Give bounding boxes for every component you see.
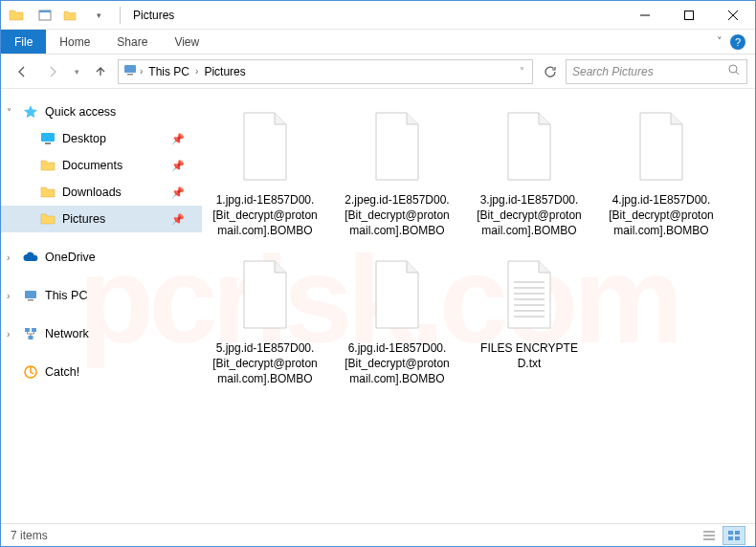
svg-rect-15 [32, 328, 36, 332]
details-view-button[interactable] [698, 526, 721, 545]
svg-line-9 [736, 72, 739, 75]
view-switcher [698, 526, 745, 545]
sidebar-onedrive[interactable]: › OneDrive [1, 244, 202, 271]
breadcrumb-dropdown-icon[interactable]: ˅ [520, 66, 528, 77]
folder-icon [39, 158, 56, 173]
pin-icon: 📌 [171, 160, 185, 172]
svg-rect-16 [29, 336, 33, 339]
file-name: 4.jpg.id-1E857D00.[Bit_decrypt@protonmai… [608, 192, 715, 239]
pin-icon: 📌 [171, 213, 185, 226]
icons-view-button[interactable] [723, 526, 745, 545]
pc-icon [22, 288, 39, 303]
title-left: ▾ Pictures [1, 4, 174, 27]
blank-file-icon [229, 251, 301, 339]
file-item[interactable]: 3.jpg.id-1E857D00.[Bit_decrypt@protonmai… [472, 98, 587, 243]
tab-share[interactable]: Share [103, 30, 161, 54]
svg-rect-31 [735, 536, 740, 540]
file-name: FILES ENCRYPTED.txt [476, 340, 583, 371]
chevron-right-icon[interactable]: › [7, 252, 10, 263]
qat-customize-icon[interactable]: ▾ [87, 4, 110, 27]
sidebar-item-label: Pictures [62, 212, 105, 226]
file-item[interactable]: 2.jpeg.id-1E857D00.[Bit_decrypt@protonma… [340, 98, 455, 243]
tab-file[interactable]: File [1, 30, 46, 54]
title-separator [120, 7, 121, 24]
file-name: 5.jpg.id-1E857D00.[Bit_decrypt@protonmai… [211, 340, 319, 387]
file-item[interactable]: FILES ENCRYPTED.txt [472, 247, 587, 391]
sidebar-quick-access[interactable]: ˅ Quick access [1, 98, 202, 125]
address-bar: ▾ › This PC › Pictures ˅ Search Pictures [1, 55, 755, 89]
qat-new-folder-icon[interactable] [58, 4, 81, 27]
maximize-button[interactable] [667, 1, 711, 30]
chevron-down-icon[interactable]: ˅ [7, 107, 11, 118]
sidebar-this-pc[interactable]: › This PC [1, 282, 202, 309]
sidebar-item-pictures[interactable]: Pictures 📌 [1, 206, 202, 232]
svg-rect-7 [127, 74, 133, 76]
chevron-right-icon[interactable]: › [140, 66, 143, 77]
svg-rect-1 [39, 11, 51, 12]
cloud-icon [22, 250, 39, 265]
svg-rect-3 [685, 11, 694, 19]
status-bar: 7 items [1, 523, 755, 546]
main-area: pcrisk.com ˅ Quick access Desktop 📌 Docu… [1, 89, 755, 523]
navigation-pane: ˅ Quick access Desktop 📌 Documents 📌 Dow… [1, 89, 202, 523]
chevron-right-icon[interactable]: › [195, 66, 198, 77]
recent-dropdown-icon[interactable]: ▾ [70, 58, 83, 85]
sidebar-label: Network [45, 327, 89, 340]
blank-file-icon [229, 102, 301, 190]
file-view[interactable]: 1.jpg.id-1E857D00.[Bit_decrypt@protonmai… [202, 89, 755, 523]
search-icon [727, 63, 741, 79]
svg-rect-12 [25, 291, 36, 298]
file-item[interactable]: 4.jpg.id-1E857D00.[Bit_decrypt@protonmai… [604, 98, 719, 243]
sidebar-network[interactable]: › Network [1, 320, 202, 347]
folder-icon [39, 185, 56, 200]
file-name: 6.jpg.id-1E857D00.[Bit_decrypt@protonmai… [344, 340, 451, 387]
desktop-icon [39, 131, 56, 146]
sidebar-item-documents[interactable]: Documents 📌 [1, 152, 202, 179]
sidebar-item-label: Desktop [62, 132, 106, 145]
forward-button[interactable] [39, 58, 66, 85]
sidebar-label: This PC [45, 289, 87, 302]
svg-rect-14 [25, 328, 30, 332]
chevron-right-icon[interactable]: › [7, 329, 10, 339]
minimize-button[interactable] [623, 1, 667, 30]
sidebar-catch[interactable]: Catch! [1, 359, 202, 385]
tab-view[interactable]: View [161, 30, 212, 54]
svg-point-8 [729, 65, 737, 73]
file-item[interactable]: 6.jpg.id-1E857D00.[Bit_decrypt@protonmai… [340, 247, 455, 391]
tab-home[interactable]: Home [46, 30, 103, 54]
pc-icon [122, 62, 138, 80]
svg-rect-10 [41, 133, 55, 142]
close-button[interactable] [711, 1, 755, 30]
folder-icon [39, 211, 56, 227]
folder-icon [9, 8, 24, 23]
search-input[interactable]: Search Pictures [566, 59, 747, 84]
window-title: Pictures [133, 9, 174, 22]
file-item[interactable]: 5.jpg.id-1E857D00.[Bit_decrypt@protonmai… [208, 247, 322, 391]
up-button[interactable] [87, 58, 114, 85]
breadcrumb-this-pc[interactable]: This PC [145, 65, 193, 78]
file-name: 1.jpg.id-1E857D00.[Bit_decrypt@protonmai… [211, 192, 319, 239]
ribbon-right: ˅ ? [717, 30, 755, 54]
sidebar-item-desktop[interactable]: Desktop 📌 [1, 125, 202, 152]
blank-file-icon [625, 102, 698, 190]
back-button[interactable] [9, 58, 35, 85]
qat-properties-icon[interactable] [33, 4, 56, 27]
ribbon-expand-icon[interactable]: ˅ [717, 35, 723, 48]
file-grid: 1.jpg.id-1E857D00.[Bit_decrypt@protonmai… [208, 98, 749, 390]
pin-icon: 📌 [171, 186, 185, 199]
breadcrumb[interactable]: › This PC › Pictures ˅ [118, 59, 533, 84]
file-item[interactable]: 1.jpg.id-1E857D00.[Bit_decrypt@protonmai… [208, 98, 322, 243]
blank-file-icon [361, 251, 434, 339]
blank-file-icon [493, 102, 566, 190]
ribbon: File Home Share View ˅ ? [1, 30, 755, 55]
refresh-button[interactable] [539, 60, 562, 83]
help-icon[interactable]: ? [730, 34, 745, 50]
pin-icon: 📌 [171, 133, 185, 145]
svg-rect-11 [45, 142, 51, 144]
breadcrumb-current[interactable]: Pictures [200, 65, 249, 78]
chevron-right-icon[interactable]: › [7, 291, 10, 301]
sidebar-item-downloads[interactable]: Downloads 📌 [1, 179, 202, 206]
text-file-icon [493, 251, 566, 339]
file-name: 3.jpg.id-1E857D00.[Bit_decrypt@protonmai… [476, 192, 583, 239]
svg-rect-28 [728, 531, 733, 535]
